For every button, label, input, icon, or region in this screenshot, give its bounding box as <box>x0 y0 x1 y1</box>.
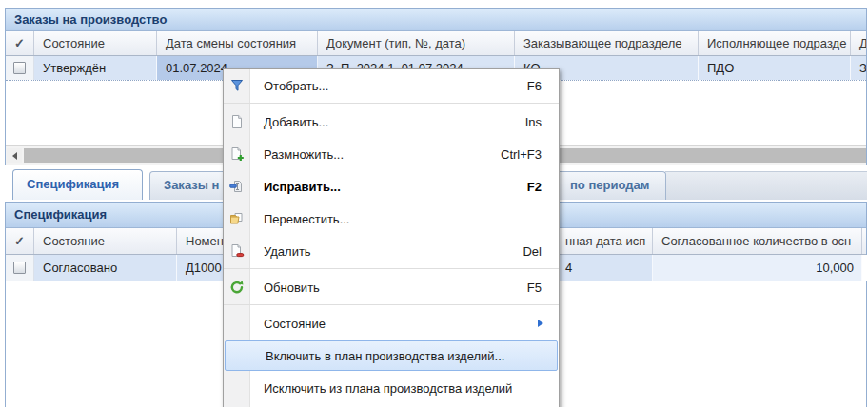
column-header-document[interactable]: Документ (тип, №, дата) <box>318 31 515 55</box>
tab-specification[interactable]: Спецификация <box>12 169 143 200</box>
refresh-icon <box>224 280 250 295</box>
row-checkbox[interactable] <box>13 262 26 274</box>
menu-item-shortcut: F5 <box>527 281 559 295</box>
column-header-extra[interactable]: Д <box>851 31 866 55</box>
menu-item-include-in-plan[interactable]: Включить в план производства изделий... <box>225 340 558 371</box>
menu-item-delete[interactable]: Удалить Del <box>224 235 559 267</box>
menu-item-label: Отобрать... <box>264 79 328 93</box>
submenu-arrow-icon <box>538 320 543 327</box>
filter-icon <box>224 78 250 93</box>
context-menu: Отобрать... F6 Добавить... Ins Размножит… <box>223 68 560 407</box>
check-icon: ✓ <box>14 234 25 248</box>
column-header-state[interactable]: Состояние <box>34 228 177 254</box>
add-page-icon <box>224 114 250 129</box>
menu-item-shortcut: Del <box>523 244 559 259</box>
orders-grid-header: ✓ Состояние Дата смены состояния Докумен… <box>6 31 866 56</box>
menu-item-label: Исправить... <box>264 180 341 194</box>
row-check-cell[interactable] <box>6 255 34 281</box>
menu-item-label: Удалить <box>264 244 311 259</box>
select-all-column-header[interactable]: ✓ <box>6 31 34 55</box>
select-all-column-header[interactable]: ✓ <box>6 228 34 254</box>
cell-state[interactable]: Утверждён <box>34 56 157 80</box>
menu-item-shortcut: F6 <box>527 79 559 93</box>
cell-agreed-qty[interactable]: 10,000 <box>653 255 862 281</box>
tab-by-periods[interactable]: по периодам <box>550 171 666 200</box>
column-header-ordering-dept[interactable]: Заказывающее подразделе <box>515 31 699 55</box>
menu-item-duplicate[interactable]: Размножить... Ctrl+F3 <box>224 138 559 170</box>
edit-page-icon <box>224 179 250 194</box>
menu-item-edit[interactable]: Исправить... F2 <box>224 170 559 203</box>
menu-item-label: Добавить... <box>264 115 328 129</box>
scroll-left-arrow-icon <box>12 152 17 160</box>
menu-item-shortcut: F2 <box>527 180 559 194</box>
check-icon: ✓ <box>14 36 25 50</box>
menu-item-exclude-from-plan[interactable]: Исключить из плана производства изделий <box>224 372 559 404</box>
menu-item-label: Состояние <box>264 317 326 331</box>
column-header-agreed-qty[interactable]: Согласованное количество в осн <box>653 228 862 254</box>
row-check-cell[interactable] <box>6 56 34 80</box>
menu-item-state[interactable]: Состояние <box>224 307 559 339</box>
menu-item-filter[interactable]: Отобрать... F6 <box>224 69 559 102</box>
menu-item-label: Обновить <box>264 281 320 295</box>
menu-item-label: Переместить... <box>264 212 349 226</box>
column-header-executing-dept[interactable]: Исполняющее подразде <box>699 31 851 55</box>
duplicate-page-icon <box>224 146 250 162</box>
row-checkbox[interactable] <box>13 62 26 74</box>
scroll-left-button[interactable] <box>7 148 22 163</box>
menu-item-refresh[interactable]: Обновить F5 <box>224 271 559 303</box>
menu-item-label: Включить в план производства изделий... <box>266 349 504 363</box>
cell-extra[interactable]: З <box>851 56 866 80</box>
menu-item-move[interactable]: Переместить... <box>224 203 559 235</box>
menu-item-label: Исключить из плана производства изделий <box>264 381 512 396</box>
menu-item-label: Размножить... <box>264 147 344 162</box>
orders-panel-title: Заказы на производство <box>6 9 866 31</box>
column-header-state[interactable]: Состояние <box>34 31 157 55</box>
delete-page-icon <box>224 243 250 259</box>
menu-item-add[interactable]: Добавить... Ins <box>224 106 559 138</box>
move-folder-icon <box>224 211 250 226</box>
cell-executing-dept[interactable]: ПДО <box>699 56 851 80</box>
menu-item-shortcut: Ins <box>525 115 559 129</box>
tabstrip-filler <box>665 171 867 200</box>
menu-item-shortcut: Ctrl+F3 <box>501 147 559 162</box>
column-header-extra[interactable] <box>862 228 868 254</box>
column-header-state-change-date[interactable]: Дата смены состояния <box>157 31 318 55</box>
cell-extra[interactable] <box>862 255 868 281</box>
cell-state[interactable]: Согласовано <box>34 255 177 281</box>
